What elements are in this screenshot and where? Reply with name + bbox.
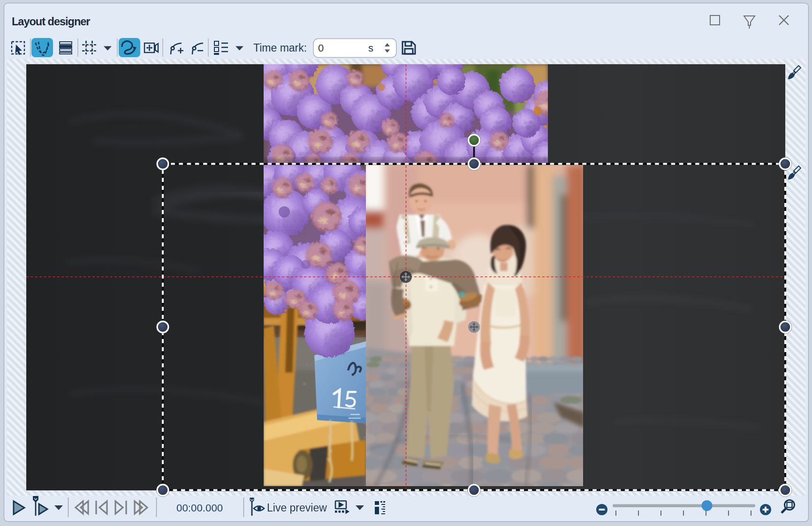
svg-text:Live preview: Live preview <box>267 502 327 514</box>
svg-text:Time mark:: Time mark: <box>253 42 307 54</box>
svg-text:s: s <box>368 42 373 54</box>
svg-text:0: 0 <box>318 42 324 54</box>
svg-text:00:00.000: 00:00.000 <box>176 502 223 514</box>
svg-text:Layout designer: Layout designer <box>12 15 90 28</box>
